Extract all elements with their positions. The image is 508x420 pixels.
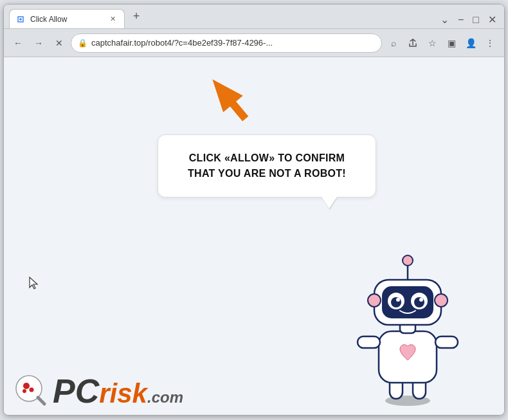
com-text: .com bbox=[147, 390, 183, 405]
pc-text: PC bbox=[53, 374, 99, 408]
risk-text: risk bbox=[99, 380, 147, 407]
content-section: CLICK «ALLOW» TO CONFIRM THAT YOU ARE NO… bbox=[55, 134, 478, 197]
browser-window: Click Allow ✕ + ⌄ − □ ✕ ← → ✕ 🔒 captchaf… bbox=[3, 4, 505, 415]
maximize-button[interactable]: □ bbox=[470, 14, 482, 26]
nav-bar: ← → ✕ 🔒 captchafair.top/robot4/?c=4be2ef… bbox=[4, 29, 504, 57]
svg-point-12 bbox=[391, 297, 401, 307]
svg-point-19 bbox=[435, 294, 448, 307]
tab-title: Click Allow bbox=[30, 15, 102, 24]
svg-point-23 bbox=[23, 389, 26, 393]
menu-button[interactable]: ⋮ bbox=[481, 34, 499, 52]
back-button[interactable]: ← bbox=[9, 34, 27, 52]
arrow-indicator bbox=[203, 70, 255, 131]
share-button[interactable] bbox=[404, 34, 422, 52]
robot-image bbox=[343, 241, 472, 408]
minimize-button[interactable]: − bbox=[455, 14, 466, 26]
svg-point-15 bbox=[419, 298, 423, 302]
svg-point-13 bbox=[414, 297, 424, 307]
chevron-down-icon: ⌄ bbox=[438, 14, 451, 26]
reload-button[interactable]: ✕ bbox=[50, 34, 68, 52]
new-tab-button[interactable]: + bbox=[127, 8, 145, 26]
window-controls: ⌄ − □ ✕ bbox=[438, 14, 499, 28]
address-bar[interactable]: 🔒 captchafair.top/robot4/?c=4be2ef39-7f8… bbox=[71, 33, 382, 53]
title-bar: Click Allow ✕ + ⌄ − □ ✕ bbox=[4, 5, 504, 29]
address-text: captchafair.top/robot4/?c=4be2ef39-7f87-… bbox=[91, 38, 375, 48]
bookmark-button[interactable]: ☆ bbox=[423, 34, 441, 52]
svg-line-24 bbox=[38, 397, 44, 404]
tab-close-button[interactable]: ✕ bbox=[107, 14, 118, 24]
svg-point-18 bbox=[368, 294, 381, 307]
forward-button[interactable]: → bbox=[30, 34, 48, 52]
tab-favicon bbox=[16, 15, 25, 24]
svg-rect-5 bbox=[358, 336, 380, 348]
lock-icon: 🔒 bbox=[78, 39, 87, 48]
svg-point-21 bbox=[23, 383, 30, 389]
sidebar-button[interactable]: ▣ bbox=[442, 34, 460, 52]
svg-rect-6 bbox=[435, 336, 458, 348]
close-window-button[interactable]: ✕ bbox=[485, 14, 499, 26]
page-content: CLICK «ALLOW» TO CONFIRM THAT YOU ARE NO… bbox=[4, 57, 504, 415]
pcrisk-logo: PC risk .com bbox=[14, 373, 183, 408]
search-button[interactable]: ⌕ bbox=[385, 34, 403, 52]
svg-marker-0 bbox=[203, 71, 255, 127]
svg-point-17 bbox=[403, 255, 413, 266]
speech-bubble: CLICK «ALLOW» TO CONFIRM THAT YOU ARE NO… bbox=[158, 134, 376, 197]
nav-actions: ⌕ ☆ ▣ 👤 ⋮ bbox=[385, 34, 499, 52]
profile-button[interactable]: 👤 bbox=[462, 34, 480, 52]
browser-tab[interactable]: Click Allow ✕ bbox=[9, 9, 125, 28]
mouse-cursor bbox=[28, 276, 40, 293]
bubble-message: CLICK «ALLOW» TO CONFIRM THAT YOU ARE NO… bbox=[176, 151, 358, 181]
svg-point-14 bbox=[396, 298, 400, 302]
svg-point-22 bbox=[30, 388, 34, 392]
